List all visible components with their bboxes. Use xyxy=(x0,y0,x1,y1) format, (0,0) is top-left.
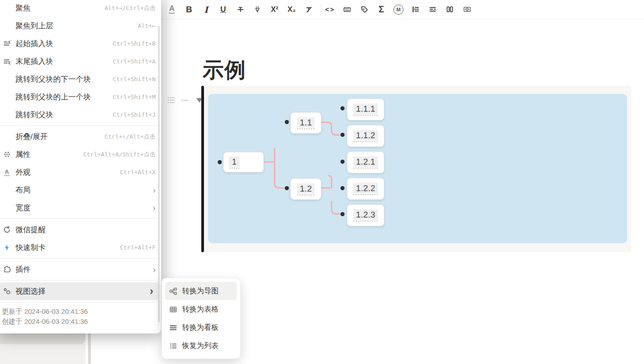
keyboard-button[interactable] xyxy=(341,3,353,16)
menu-divider xyxy=(0,125,161,126)
mindmap-node[interactable]: 1.1.1 xyxy=(347,99,384,120)
indent-button[interactable] xyxy=(409,3,422,16)
mindmap-node[interactable]: 1.2.3 xyxy=(347,204,384,226)
toolbar-divider xyxy=(321,4,321,15)
outdent-button[interactable] xyxy=(427,3,439,16)
strikethrough-icon xyxy=(237,6,244,13)
underline-button[interactable]: U xyxy=(217,3,230,16)
refresh-circle-icon xyxy=(3,226,11,234)
menu-item-layout[interactable]: 布局 › xyxy=(0,181,161,199)
menu-item-quick-flashcard[interactable]: 快速制卡 Ctrl+Alt+F xyxy=(0,239,161,256)
menu-item-focus[interactable]: 聚焦 Alt+→/Ctrl+点击 xyxy=(0,0,161,17)
menu-item-focus-parent[interactable]: 聚焦到上层 Alt+← xyxy=(0,17,161,35)
menu-item-view-select[interactable]: 视图选择 › xyxy=(0,282,159,300)
menu-item-insert-start[interactable]: 起始插入块 Ctrl+Shift+B xyxy=(0,35,161,52)
node-label: 1 xyxy=(229,156,240,167)
block-context-menu: 聚焦 Alt+→/Ctrl+点击 聚焦到上层 Alt+← 起始插入块 Ctrl+… xyxy=(0,0,161,333)
node-label: 1.2.3 xyxy=(353,209,378,220)
page-title[interactable]: 示例 xyxy=(203,56,246,84)
menu-divider xyxy=(0,302,161,302)
mindmap-icon xyxy=(169,287,177,295)
shortcut: Ctrl+Alt+A/Shift+点击 xyxy=(83,151,156,159)
italic-button[interactable]: I xyxy=(200,3,212,16)
tag-button[interactable]: ♥ xyxy=(358,3,371,16)
node-label: 1.1.2 xyxy=(353,130,378,140)
menu-footer: 更新于 2024-06-03 20:41:36 创建于 2024-06-03 2… xyxy=(0,304,161,331)
mindmap-node[interactable]: 1.2 xyxy=(290,178,321,200)
menu-item-attributes[interactable]: 属性 Ctrl+Alt+A/Shift+点击 xyxy=(0,146,161,163)
indent-icon xyxy=(412,5,419,13)
menu-item-width[interactable]: 宽度 › xyxy=(0,199,161,217)
insert-end-icon xyxy=(3,57,11,65)
node-bullet[interactable] xyxy=(340,133,345,137)
mindmap-node[interactable]: 1.2.1 xyxy=(347,151,384,173)
inline-math-button[interactable]: Σ xyxy=(375,3,387,16)
menu-divider xyxy=(0,280,161,281)
memo-button[interactable]: M xyxy=(393,3,405,16)
mindmap-node[interactable]: 1.1.2 xyxy=(347,125,384,147)
menu-item-wechat-reminder[interactable]: 微信提醒 xyxy=(0,221,161,239)
node-bullet[interactable] xyxy=(285,186,289,190)
inline-code-button[interactable]: <> xyxy=(324,3,336,16)
menu-item-insert-end[interactable]: 末尾插入块 Ctrl+Shift+A xyxy=(0,52,161,70)
shortcut: Ctrl+↑/Alt+点击 xyxy=(105,133,156,141)
menu-item-appearance[interactable]: A 外观 Ctrl+Alt+X xyxy=(0,163,161,181)
view-nodes-icon xyxy=(3,287,11,295)
tag-icon: ♥ xyxy=(361,5,368,13)
clear-format-button[interactable] xyxy=(303,3,315,16)
kanban-icon xyxy=(169,324,177,332)
font-color-button[interactable]: A xyxy=(166,3,178,16)
shortcut: Ctrl+Alt+X xyxy=(120,169,156,176)
submenu-item-convert-mindmap[interactable]: 转换为导图 xyxy=(165,282,237,300)
menu-item-jump-prev-sibling[interactable]: 跳转到父块的上一个块 Ctrl+Shift+M xyxy=(0,88,161,106)
background-panel xyxy=(0,344,85,364)
node-bullet[interactable] xyxy=(218,160,222,164)
node-label: 1.1.1 xyxy=(353,104,378,114)
updated-timestamp: 更新于 2024-06-03 20:41:36 xyxy=(2,307,156,317)
mindmap-node[interactable]: 1.2.2 xyxy=(347,178,384,200)
background-panel-band xyxy=(0,333,85,344)
node-label: 1.2.1 xyxy=(353,156,378,167)
subscript-button[interactable]: X₂ xyxy=(286,3,298,16)
block-list-icon[interactable] xyxy=(166,96,176,104)
node-bullet[interactable] xyxy=(340,186,345,190)
mindmap-node[interactable]: 1 xyxy=(223,152,264,172)
submenu-item-convert-table[interactable]: 转换为表格 xyxy=(165,300,237,318)
node-bullet[interactable] xyxy=(340,160,345,164)
menu-scrollbar[interactable] xyxy=(158,26,160,322)
drag-dash-icon[interactable] xyxy=(179,97,190,104)
highlight-button[interactable] xyxy=(251,3,264,16)
menu-item-jump-next-sibling[interactable]: 跳转到父块的下一个块 Ctrl+Shift+N xyxy=(0,70,161,88)
insert-start-icon xyxy=(3,40,11,47)
menu-item-fold-unfold[interactable]: 折叠/展开 Ctrl+↑/Alt+点击 xyxy=(0,128,161,146)
submenu-item-restore-list[interactable]: 恢复为列表 xyxy=(165,337,237,355)
bold-button[interactable]: B xyxy=(183,3,195,16)
mindmap-node[interactable]: 1.1 xyxy=(290,112,321,134)
chevron-right-icon: › xyxy=(150,286,153,296)
block-focus-bar xyxy=(201,86,204,252)
svg-text:♥: ♥ xyxy=(362,7,364,10)
chevron-right-icon: › xyxy=(153,265,156,274)
strikethrough-button[interactable] xyxy=(234,3,246,16)
list-icon xyxy=(169,342,177,350)
mindmap-canvas xyxy=(208,94,627,243)
node-bullet[interactable] xyxy=(285,120,289,124)
created-timestamp: 创建于 2024-06-03 20:41:36 xyxy=(2,317,156,327)
superscript-button[interactable]: X² xyxy=(268,3,281,16)
node-bullet[interactable] xyxy=(340,106,345,110)
expand-icon xyxy=(463,5,471,13)
node-bullet[interactable] xyxy=(340,212,345,216)
columns-button[interactable] xyxy=(444,3,456,16)
menu-divider xyxy=(0,258,161,259)
menu-item-plugins[interactable]: 插件 › xyxy=(0,260,161,278)
font-color-a-icon: A xyxy=(169,5,175,14)
view-select-submenu: 转换为导图 转换为表格 转换为看板 恢复为列表 xyxy=(162,278,241,359)
menu-item-jump-parent[interactable]: 跳转到父块 Ctrl+Shift+J xyxy=(0,106,161,124)
expand-button[interactable] xyxy=(461,3,473,16)
shortcut: Ctrl+Shift+N xyxy=(113,76,156,83)
chevron-right-icon: › xyxy=(153,203,156,212)
puzzle-icon xyxy=(3,265,11,273)
highlighter-icon xyxy=(254,6,261,13)
lightning-bolt-icon xyxy=(3,244,10,251)
submenu-item-convert-kanban[interactable]: 转换为看板 xyxy=(165,318,237,337)
